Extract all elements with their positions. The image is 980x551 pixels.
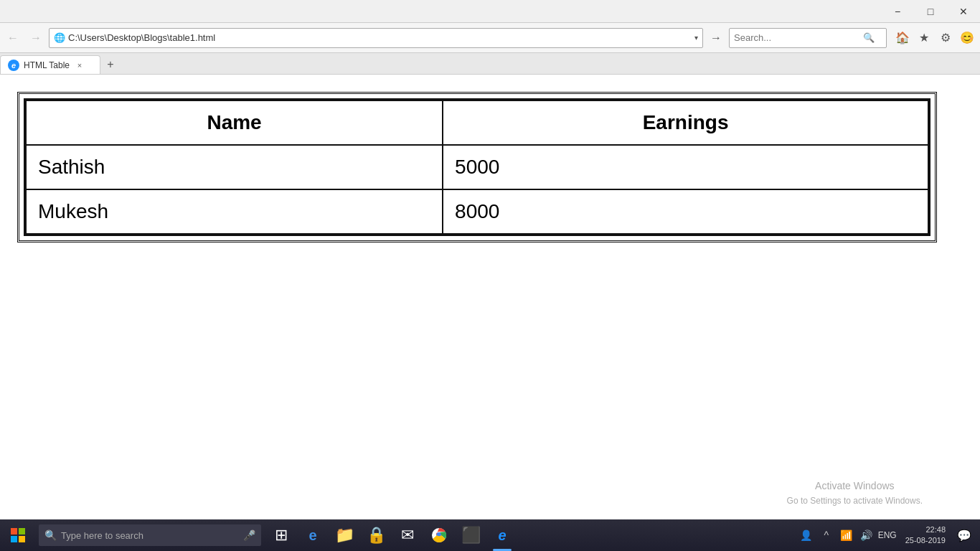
forward-button[interactable]: → (26, 28, 46, 48)
search-wrap: 🔍 (729, 28, 887, 48)
ie-icon: e (8, 60, 19, 71)
svg-rect-2 (11, 536, 17, 542)
taskbar-ie[interactable]: e (486, 519, 518, 551)
taskbar-search[interactable]: 🔍 Type here to search 🎤 (39, 524, 261, 546)
taskbar-language: ENG (878, 530, 897, 540)
window-controls: − □ ✕ (881, 0, 980, 23)
table-cell: 8000 (443, 189, 928, 234)
toolbar-icons: 🏠 ★ ⚙ 😊 (892, 28, 977, 48)
go-button[interactable]: → (706, 28, 726, 48)
start-button[interactable] (0, 519, 36, 551)
address-input-wrap: 🌐 C:\Users\Desktop\Blogs\table1.html ▾ (49, 28, 703, 48)
address-dropdown-icon[interactable]: ▾ (694, 34, 698, 42)
taskbar-system: 👤 ^ 📶 🔊 ENG 22:48 25-08-2019 💬 (798, 519, 980, 551)
taskbar-explorer[interactable]: 📁 (329, 519, 360, 551)
taskbar-mic-icon[interactable]: 🎤 (243, 529, 255, 541)
watermark-line1: Activate Windows (787, 478, 923, 494)
svg-rect-3 (19, 536, 25, 542)
close-button[interactable]: ✕ (947, 0, 980, 23)
taskbar-clock[interactable]: 22:48 25-08-2019 (900, 524, 951, 547)
back-button[interactable]: ← (3, 28, 23, 48)
tab-favicon: e (8, 60, 19, 71)
taskbar-search-text: Type here to search (61, 530, 143, 541)
maximize-button[interactable]: □ (914, 0, 947, 23)
taskbar-people-icon[interactable]: 👤 (798, 519, 815, 551)
table-cell: 5000 (443, 145, 928, 189)
watermark-line2: Go to Settings to activate Windows. (787, 494, 923, 508)
address-favicon: 🌐 (54, 32, 65, 44)
table-outer-border: Name Earnings Sathish5000Mukesh8000 (17, 92, 937, 242)
taskbar-date-text: 25-08-2019 (905, 535, 946, 546)
taskbar-time-text: 22:48 (905, 524, 946, 535)
table-cell: Sathish (26, 145, 443, 189)
tab-bar: e HTML Table × + (0, 53, 980, 75)
taskbar-taskview[interactable]: ⊞ (265, 519, 297, 551)
table-header-name: Name (26, 100, 443, 145)
activate-windows-watermark: Activate Windows Go to Settings to activ… (787, 478, 923, 508)
taskbar: 🔍 Type here to search 🎤 ⊞ e 📁 🔒 ✉ ⬛ e 👤 … (0, 519, 980, 551)
table-inner-border: Name Earnings Sathish5000Mukesh8000 (24, 98, 930, 236)
tab-label: HTML Table (24, 60, 70, 70)
settings-button[interactable]: ⚙ (936, 28, 956, 48)
title-bar: − □ ✕ (0, 0, 980, 23)
favorites-button[interactable]: ★ (914, 28, 934, 48)
taskbar-apps: ⊞ e 📁 🔒 ✉ ⬛ e (265, 519, 518, 551)
taskbar-edge[interactable]: e (297, 519, 329, 551)
taskbar-mail[interactable]: ✉ (392, 519, 423, 551)
taskbar-search-icon: 🔍 (44, 529, 57, 541)
taskbar-chrome[interactable] (423, 519, 455, 551)
html-table: Name Earnings Sathish5000Mukesh8000 (25, 100, 929, 235)
taskbar-volume-icon[interactable]: 🔊 (858, 519, 875, 551)
new-tab-button[interactable]: + (100, 55, 121, 74)
svg-rect-1 (19, 528, 25, 534)
table-cell: Mukesh (26, 189, 443, 234)
taskbar-security[interactable]: 🔒 (360, 519, 392, 551)
browser-content: Name Earnings Sathish5000Mukesh8000 (0, 75, 980, 263)
tab-close-button[interactable]: × (74, 60, 85, 71)
minimize-button[interactable]: − (881, 0, 914, 23)
table-header-earnings: Earnings (443, 100, 928, 145)
taskbar-network-icon[interactable]: 📶 (838, 519, 855, 551)
home-button[interactable]: 🏠 (892, 28, 913, 48)
address-text: C:\Users\Desktop\Blogs\table1.html (68, 32, 693, 43)
table-row: Sathish5000 (26, 145, 928, 189)
search-button[interactable]: 🔍 (863, 32, 875, 43)
address-bar: ← → 🌐 C:\Users\Desktop\Blogs\table1.html… (0, 23, 980, 53)
taskbar-chevron-icon[interactable]: ^ (818, 519, 835, 551)
taskbar-flipboard[interactable]: ⬛ (455, 519, 486, 551)
table-row: Mukesh8000 (26, 189, 928, 234)
taskbar-notification-icon[interactable]: 💬 (954, 519, 974, 551)
table-header-row: Name Earnings (26, 100, 928, 145)
emoji-button[interactable]: 😊 (957, 28, 977, 48)
search-input[interactable] (734, 32, 863, 43)
browser-tab[interactable]: e HTML Table × (0, 55, 100, 74)
svg-rect-0 (11, 528, 17, 534)
